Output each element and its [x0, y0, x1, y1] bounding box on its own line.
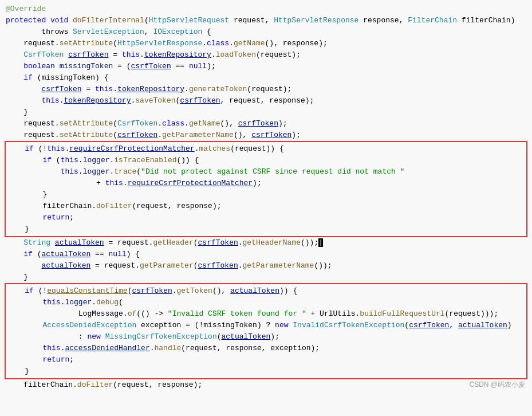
line-close-matcher: }: [6, 223, 526, 235]
line-exception-else: : new MissingCsrfTokenException(actualTo…: [6, 331, 526, 343]
line-if-missing: if (missingToken) {: [5, 72, 527, 84]
highlighted-block-1: if (!this.requireCsrfProtectionMatcher.m…: [5, 141, 527, 237]
line-close-if1: }: [5, 107, 527, 118]
line-save: this.tokenRepository.saveToken(csrfToken…: [5, 95, 527, 107]
line-missingtoken: boolean missingToken = (csrfToken == nul…: [5, 61, 527, 72]
line-close-trace: }: [6, 189, 526, 201]
line-access-denied: this.accessDeniedHandler.handle(request,…: [6, 343, 526, 354]
line-close-equals: }: [6, 366, 526, 377]
line-if-null: if (actualToken == null) {: [5, 249, 527, 260]
line-filterchain: filterChain.doFilter(request, response);: [6, 201, 526, 212]
line-exception-decl: AccessDeniedException exception = (!miss…: [6, 320, 526, 331]
line-debug: this.logger.debug(: [6, 297, 526, 308]
line-if-matcher: if (!this.requireCsrfProtectionMatcher.m…: [6, 143, 526, 155]
line-if-equals: if (!equalsConstantTime(csrfToken.getTok…: [6, 285, 526, 297]
line-if-trace: if (this.logger.isTraceEnabled()) {: [6, 155, 526, 166]
line-csrftoken-decl: CsrfToken csrfToken = this.tokenReposito…: [5, 49, 527, 61]
line-return2: return;: [6, 354, 526, 366]
line-trace-msg: this.logger.trace("Did not protect again…: [6, 166, 526, 178]
highlighted-block-2: if (!equalsConstantTime(csrfToken.getTok…: [5, 283, 527, 379]
line-generate: csrfToken = this.tokenRepository.generat…: [5, 84, 527, 95]
watermark: CSDN @码农小麦: [469, 379, 525, 390]
line-final-filter: filterChain.doFilter(request, response);: [5, 379, 527, 391]
line-trace-cont: + this.requireCsrfProtectionMatcher);: [6, 178, 526, 189]
line-actualtoken: String actualToken = request.getHeader(c…: [5, 237, 527, 249]
kw-void: void: [50, 16, 68, 25]
line-setattr1: request.setAttribute(HttpServletResponse…: [5, 38, 527, 49]
line-close-null: }: [5, 272, 527, 283]
line-logmessage: LogMessage.of(() -> "Invalid CSRF token …: [6, 308, 526, 320]
line-return1: return;: [6, 212, 526, 223]
method-dofilter: doFilterInternal: [73, 16, 144, 25]
line-setattr3: request.setAttribute(csrfToken.getParame…: [5, 129, 527, 141]
line-override: @Override: [5, 3, 527, 15]
line-setattr2: request.setAttribute(CsrfToken.class.get…: [5, 118, 527, 129]
code-container: @Override protected void doFilterInterna…: [0, 0, 532, 394]
line-getparam: actualToken = request.getParameter(csrfT…: [5, 260, 527, 272]
line-throws: throws ServletException, IOException {: [5, 26, 527, 38]
annotation-override: @Override: [6, 5, 46, 13]
line-method-signature: protected void doFilterInternal(HttpServ…: [5, 15, 527, 26]
kw-protected: protected: [6, 16, 46, 25]
